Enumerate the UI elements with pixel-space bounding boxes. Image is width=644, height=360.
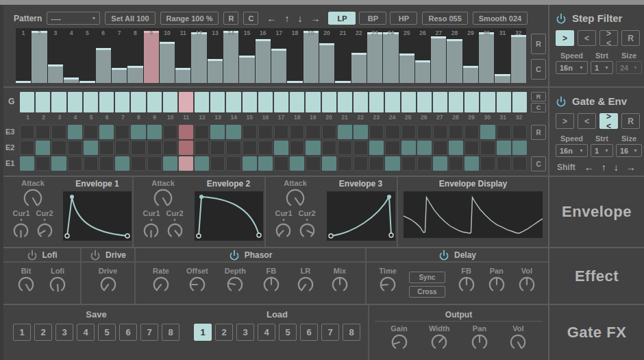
delay-fb-knob[interactable]: FB xyxy=(458,267,475,293)
e1-cell-28[interactable] xyxy=(449,156,463,171)
e3-cell-28[interactable] xyxy=(449,125,463,139)
step-bar-25[interactable]: 25 xyxy=(399,28,414,83)
mode-button-R[interactable]: R xyxy=(621,113,640,129)
e3-cell-16[interactable] xyxy=(258,125,273,139)
lr-knob[interactable]: LR xyxy=(297,267,314,293)
gate-cell-25[interactable] xyxy=(401,92,416,112)
e1-cell-23[interactable] xyxy=(369,156,384,171)
arrow-button[interactable]: ← xyxy=(267,14,276,23)
e1-cell-24[interactable] xyxy=(385,156,399,171)
envelope-1-display[interactable] xyxy=(63,191,132,241)
step-bar-31[interactable]: 31 xyxy=(495,28,510,83)
mode-button->[interactable]: > xyxy=(556,113,574,129)
step-bar-3[interactable]: 3 xyxy=(48,28,63,83)
e2-cell-26[interactable] xyxy=(417,141,432,155)
gate-cell-26[interactable] xyxy=(417,92,432,112)
e2-cell-14[interactable] xyxy=(226,141,240,155)
gate-randomize-button[interactable]: R xyxy=(531,92,546,101)
e3-cell-13[interactable] xyxy=(210,125,225,139)
e1-cell-25[interactable] xyxy=(401,156,416,171)
e3-cell-4[interactable] xyxy=(68,125,82,139)
e1-cell-13[interactable] xyxy=(210,156,225,171)
gate-cell-24[interactable] xyxy=(385,92,399,112)
e2-cell-24[interactable] xyxy=(385,141,399,155)
save-slot-4-button[interactable]: 4 xyxy=(77,324,95,341)
load-slot-6-button[interactable]: 6 xyxy=(300,324,318,341)
gate-cell-7[interactable] xyxy=(115,92,129,112)
e3-cell-11[interactable] xyxy=(179,125,193,139)
arrow-button[interactable]: ↓ xyxy=(614,163,619,172)
e3-cell-17[interactable] xyxy=(274,125,288,139)
step-bar-15[interactable]: 15 xyxy=(239,28,254,83)
e3-cell-21[interactable] xyxy=(338,125,352,139)
delay-cross-button[interactable]: Cross xyxy=(409,286,445,298)
e2-cell-22[interactable] xyxy=(354,141,368,155)
step-bar-22[interactable]: 22 xyxy=(351,28,367,83)
gate-cell-19[interactable] xyxy=(306,92,320,112)
step-bar-14[interactable]: 14 xyxy=(223,28,238,83)
step-bar-8[interactable]: 8 xyxy=(127,28,143,83)
env-rows-randomize-button[interactable]: R xyxy=(531,125,546,140)
e1-cell-16[interactable] xyxy=(258,156,273,171)
e2-cell-19[interactable] xyxy=(306,141,320,155)
size-dropdown[interactable]: 24▼ xyxy=(616,61,642,74)
step-bar-6[interactable]: 6 xyxy=(96,28,111,83)
bars-randomize-button[interactable]: R xyxy=(531,34,546,54)
e3-cell-27[interactable] xyxy=(433,125,447,139)
e2-cell-25[interactable] xyxy=(401,141,416,155)
e2-cell-31[interactable] xyxy=(497,141,511,155)
mode-button-<[interactable]: < xyxy=(578,113,596,129)
e2-cell-13[interactable] xyxy=(210,141,225,155)
e3-cell-3[interactable] xyxy=(51,125,66,139)
gate-cell-5[interactable] xyxy=(84,92,98,112)
e1-cell-14[interactable] xyxy=(226,156,240,171)
gate-cell-13[interactable] xyxy=(210,92,225,112)
step-bar-32[interactable]: 32 xyxy=(511,28,526,83)
e1-cell-15[interactable] xyxy=(243,156,257,171)
step-bar-11[interactable]: 11 xyxy=(175,28,190,83)
pattern-dropdown[interactable]: ---- ▼ xyxy=(47,12,100,25)
e3-cell-10[interactable] xyxy=(163,125,177,139)
save-slot-8-button[interactable]: 8 xyxy=(162,324,179,341)
e1-cell-11[interactable] xyxy=(179,156,193,171)
gate-cell-30[interactable] xyxy=(480,92,495,112)
e3-cell-8[interactable] xyxy=(131,125,145,139)
mode-button-<[interactable]: < xyxy=(578,30,596,46)
gain-knob[interactable]: Gain xyxy=(391,324,408,351)
mode-button-R[interactable]: R xyxy=(621,30,640,46)
envelope-1-cur1-knob[interactable]: Cur1▼ xyxy=(12,209,29,239)
step-bar-1[interactable]: 1 xyxy=(16,28,31,83)
e3-cell-5[interactable] xyxy=(84,125,98,139)
lofi-power-icon[interactable] xyxy=(27,250,38,261)
e3-cell-20[interactable] xyxy=(322,125,336,139)
gate-cell-31[interactable] xyxy=(497,92,511,112)
delay-time-knob[interactable]: Time xyxy=(379,267,397,293)
clear-button[interactable]: C xyxy=(243,12,258,25)
e3-cell-6[interactable] xyxy=(99,125,114,139)
e1-cell-27[interactable] xyxy=(433,156,447,171)
mode-button-><[interactable]: >< xyxy=(599,113,618,129)
randomize-button[interactable]: R xyxy=(223,12,238,25)
depth-knob[interactable]: Depth xyxy=(225,267,246,293)
gate-cell-16[interactable] xyxy=(258,92,273,112)
e1-cell-5[interactable] xyxy=(84,156,98,171)
gate-cell-15[interactable] xyxy=(243,92,257,112)
mode-button-><[interactable]: >< xyxy=(599,30,618,46)
e2-cell-21[interactable] xyxy=(338,141,352,155)
save-slot-7-button[interactable]: 7 xyxy=(140,324,158,341)
pan-knob[interactable]: Pan xyxy=(471,324,488,351)
delay-pan-knob[interactable]: Pan xyxy=(488,267,506,293)
vol-knob[interactable]: Vol xyxy=(509,324,527,351)
bars-clear-button[interactable]: C xyxy=(531,59,546,80)
e1-cell-20[interactable] xyxy=(322,156,336,171)
step-bar-23[interactable]: 23 xyxy=(367,28,382,83)
load-slot-3-button[interactable]: 3 xyxy=(236,324,254,341)
gate-cell-11[interactable] xyxy=(179,92,193,112)
e2-cell-4[interactable] xyxy=(68,141,82,155)
e2-cell-29[interactable] xyxy=(465,141,479,155)
e3-cell-15[interactable] xyxy=(243,125,257,139)
step-bar-29[interactable]: 29 xyxy=(463,28,478,83)
gate-cell-6[interactable] xyxy=(99,92,114,112)
offset-knob[interactable]: Offset xyxy=(186,267,208,293)
e2-cell-30[interactable] xyxy=(480,141,495,155)
